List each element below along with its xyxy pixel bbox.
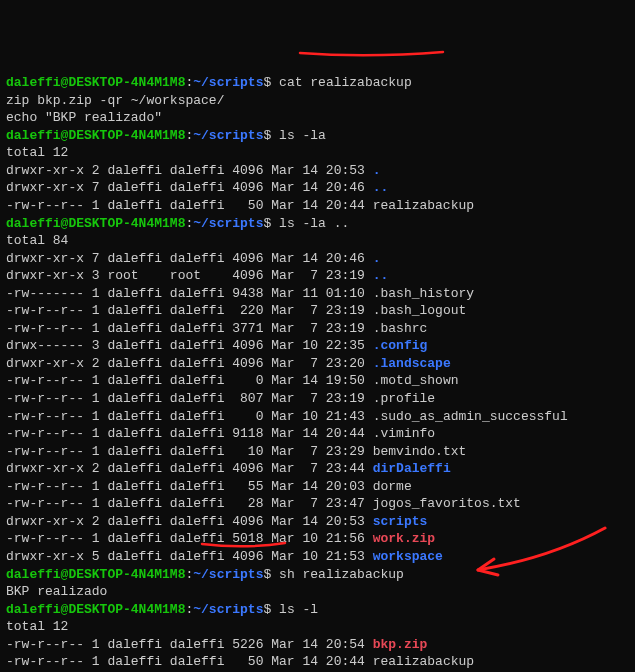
listing-row: drwxr-xr-x 7 daleffi daleffi 4096 Mar 14…: [6, 179, 629, 197]
script-content: zip bkp.zip -qr ~/workspace/: [6, 92, 629, 110]
annotation-underline-cat: [298, 14, 448, 77]
listing-row: drwxr-xr-x 2 daleffi daleffi 4096 Mar 14…: [6, 513, 629, 531]
listing-row: drwxr-xr-x 2 daleffi daleffi 4096 Mar 7 …: [6, 460, 629, 478]
listing-row: -rw-r--r-- 1 daleffi daleffi 55 Mar 14 2…: [6, 478, 629, 496]
total-line: total 12: [6, 618, 629, 636]
listing-row: drwxr-xr-x 5 daleffi daleffi 4096 Mar 10…: [6, 548, 629, 566]
listing-row: drwxr-xr-x 7 daleffi daleffi 4096 Mar 14…: [6, 250, 629, 268]
command: ls -la ..: [279, 216, 349, 231]
prompt-line[interactable]: daleffi@DESKTOP-4N4M1M8:~/scripts$ cat r…: [6, 74, 629, 92]
prompt-line[interactable]: daleffi@DESKTOP-4N4M1M8:~/scripts$ sh re…: [6, 566, 629, 584]
prompt-line[interactable]: daleffi@DESKTOP-4N4M1M8:~/scripts$ ls -l…: [6, 215, 629, 233]
listing-row: -rw-r--r-- 1 daleffi daleffi 3771 Mar 7 …: [6, 320, 629, 338]
listing-row: -rw-r--r-- 1 daleffi daleffi 50 Mar 14 2…: [6, 197, 629, 215]
prompt-line[interactable]: daleffi@DESKTOP-4N4M1M8:~/scripts$ ls -l: [6, 601, 629, 619]
listing-row: -rw-r--r-- 1 daleffi daleffi 0 Mar 14 19…: [6, 372, 629, 390]
script-output: BKP realizado: [6, 583, 629, 601]
listing-row: -rw-r--r-- 1 daleffi daleffi 28 Mar 7 23…: [6, 495, 629, 513]
listing-row: -rw-r--r-- 1 daleffi daleffi 50 Mar 14 2…: [6, 653, 629, 671]
listing-row: -rw-r--r-- 1 daleffi daleffi 5226 Mar 14…: [6, 636, 629, 654]
script-content: echo "BKP realizado": [6, 109, 629, 127]
listing-row: -rw-r--r-- 1 daleffi daleffi 0 Mar 10 21…: [6, 408, 629, 426]
listing-row: -rw-r--r-- 1 daleffi daleffi 807 Mar 7 2…: [6, 390, 629, 408]
listing-row: -rw------- 1 daleffi daleffi 9438 Mar 11…: [6, 285, 629, 303]
listing-row: drwxr-xr-x 3 root root 4096 Mar 7 23:19 …: [6, 267, 629, 285]
listing-row: -rw-r--r-- 1 daleffi daleffi 5018 Mar 10…: [6, 530, 629, 548]
listing-row: -rw-r--r-- 1 daleffi daleffi 220 Mar 7 2…: [6, 302, 629, 320]
terminal-output[interactable]: daleffi@DESKTOP-4N4M1M8:~/scripts$ cat r…: [6, 74, 629, 672]
command: ls -l: [279, 602, 318, 617]
prompt-line[interactable]: daleffi@DESKTOP-4N4M1M8:~/scripts$ ls -l…: [6, 127, 629, 145]
command: sh realizabackup: [279, 567, 404, 582]
listing-row: drwxr-xr-x 2 daleffi daleffi 4096 Mar 7 …: [6, 355, 629, 373]
total-line: total 84: [6, 232, 629, 250]
listing-row: drwxr-xr-x 2 daleffi daleffi 4096 Mar 14…: [6, 162, 629, 180]
listing-row: -rw-r--r-- 1 daleffi daleffi 10 Mar 7 23…: [6, 443, 629, 461]
listing-row: drwx------ 3 daleffi daleffi 4096 Mar 10…: [6, 337, 629, 355]
command: ls -la: [279, 128, 326, 143]
listing-row: -rw-r--r-- 1 daleffi daleffi 9118 Mar 14…: [6, 425, 629, 443]
command: cat realizabackup: [279, 75, 412, 90]
total-line: total 12: [6, 144, 629, 162]
